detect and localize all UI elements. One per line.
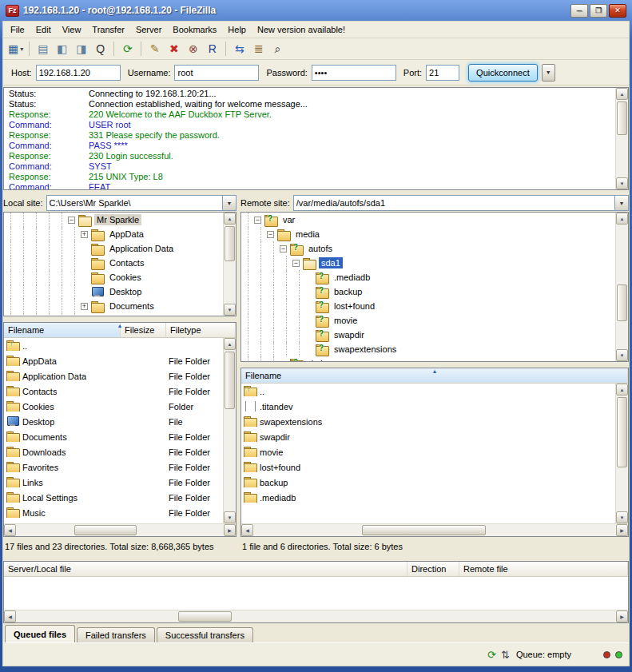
queue-splitter[interactable] <box>3 555 629 561</box>
scroll-down-icon[interactable] <box>224 511 236 523</box>
scroll-track[interactable] <box>616 396 628 511</box>
remote-tree-item-media[interactable]: −media <box>241 227 628 241</box>
titlebar[interactable]: Fz 192.168.1.20 - root@192.168.1.20 - Fi… <box>2 0 630 21</box>
scroll-left-icon[interactable] <box>4 524 16 536</box>
scroll-track[interactable] <box>16 524 224 536</box>
scroll-up-icon[interactable] <box>616 213 628 225</box>
tree-expander-icon[interactable]: + <box>81 303 88 310</box>
find-files-icon[interactable]: ⌕ <box>268 40 287 58</box>
local-file-row-contacts[interactable]: ContactsFile Folder <box>4 384 236 399</box>
splitter-collapse-arrow-icon[interactable]: ▲ <box>432 368 438 374</box>
tab-queued-files[interactable]: Queued files <box>5 625 75 642</box>
remote-tree-item-dvd[interactable]: ?dvd <box>241 356 628 362</box>
local-file-row-appdata[interactable]: AppDataFile Folder <box>4 353 236 368</box>
local-file-row-favorites[interactable]: FavoritesFile Folder <box>4 459 236 475</box>
remote-tree-item-movie[interactable]: ?movie <box>241 313 628 328</box>
menu-item-help[interactable]: Help <box>222 22 252 37</box>
toggle-queue-icon[interactable]: Q <box>91 40 109 58</box>
menu-item-new-version-available[interactable]: New version available! <box>252 22 351 37</box>
local-list-vertical-scrollbar[interactable] <box>223 338 236 523</box>
local-file-row-local-settings[interactable]: Local SettingsFile Folder <box>4 490 236 505</box>
minimize-button[interactable]: ─ <box>570 4 588 18</box>
local-pane-splitter[interactable] <box>3 316 237 322</box>
remote-file-row-swapextensions[interactable]: swapextensions <box>241 414 628 429</box>
local-file-row-documents[interactable]: DocumentsFile Folder <box>4 429 236 444</box>
local-tree-item-contacts[interactable]: Contacts <box>4 256 236 270</box>
tree-expander-icon[interactable]: − <box>280 245 287 252</box>
tree-expander-icon[interactable]: + <box>81 231 88 238</box>
toggle-local-tree-icon[interactable]: ◧ <box>53 40 71 58</box>
maximize-button[interactable]: ❐ <box>590 4 607 18</box>
remote-list-vertical-scrollbar[interactable] <box>615 384 628 523</box>
tab-failed-transfers[interactable]: Failed transfers <box>77 627 155 642</box>
remote-file-row-swapdir[interactable]: swapdir <box>241 429 628 444</box>
scroll-thumb[interactable] <box>225 226 235 261</box>
quickconnect-button[interactable]: Quickconnect <box>468 64 538 82</box>
combobox-dropdown-icon[interactable] <box>614 196 628 210</box>
scroll-thumb[interactable] <box>617 397 627 467</box>
scroll-track[interactable] <box>16 610 616 622</box>
remote-tree-item-autofs[interactable]: −?autofs <box>241 241 628 256</box>
combobox-dropdown-icon[interactable] <box>222 196 236 210</box>
scroll-track[interactable] <box>616 100 628 177</box>
remote-tree-item-lost-found[interactable]: ?lost+found <box>241 299 628 313</box>
menu-item-view[interactable]: View <box>57 22 87 37</box>
local-tree-item-cookies[interactable]: Cookies <box>4 270 236 284</box>
local-list-horizontal-scrollbar[interactable] <box>4 523 236 536</box>
cancel-icon[interactable]: ✖ <box>165 40 183 58</box>
scroll-thumb[interactable] <box>617 284 627 321</box>
quickconnect-dropdown-icon[interactable] <box>542 64 555 82</box>
local-file-row-desktop[interactable]: DesktopFile <box>4 414 236 429</box>
scroll-thumb[interactable] <box>617 101 627 135</box>
remote-file-row-mediadb[interactable]: .mediadb <box>241 490 628 505</box>
port-input[interactable] <box>426 65 459 81</box>
scroll-right-icon[interactable] <box>224 524 236 536</box>
remote-file-row-backup[interactable]: backup <box>241 475 628 490</box>
tree-expander-icon[interactable]: − <box>254 217 261 224</box>
local-file-row-links[interactable]: LinksFile Folder <box>4 475 236 490</box>
remote-file-row-titandev[interactable]: .titandev <box>241 399 628 414</box>
reconnect-icon[interactable]: R <box>203 40 221 58</box>
log-vertical-scrollbar[interactable] <box>615 88 628 189</box>
local-tree-vertical-scrollbar[interactable] <box>223 213 236 316</box>
tree-expander-icon[interactable]: − <box>292 260 300 267</box>
local-tree-item-mr-sparkle[interactable]: −Mr Sparkle <box>4 213 236 227</box>
menu-item-file[interactable]: File <box>5 22 30 37</box>
scroll-up-icon[interactable] <box>616 384 628 396</box>
host-input[interactable] <box>36 65 121 81</box>
filter-icon[interactable]: ✎ <box>145 40 164 58</box>
remote-tree-item-backup[interactable]: ?backup <box>241 284 628 299</box>
menu-item-server[interactable]: Server <box>130 22 167 37</box>
scroll-thumb[interactable] <box>178 611 233 622</box>
local-site-combobox[interactable]: C:\Users\Mr Sparkle\ <box>46 195 237 211</box>
scroll-up-icon[interactable] <box>616 88 628 100</box>
synchronized-browsing-icon[interactable]: ≣ <box>249 40 268 58</box>
tree-expander-icon[interactable]: − <box>68 217 75 224</box>
toggle-message-log-icon[interactable]: ▤ <box>34 40 52 58</box>
column-header-filetype[interactable]: Filetype <box>166 323 236 337</box>
column-header-server-local-file[interactable]: Server/Local file <box>4 562 407 576</box>
toggle-remote-tree-icon[interactable]: ◨ <box>72 40 90 58</box>
column-header-direction[interactable]: Direction <box>407 562 459 576</box>
scroll-track[interactable] <box>224 225 236 304</box>
scroll-thumb[interactable] <box>74 525 137 535</box>
remote-tree-item-swapdir[interactable]: ?swapdir <box>241 328 628 342</box>
remote-tree-vertical-scrollbar[interactable] <box>615 213 628 361</box>
local-file-row-application-data[interactable]: Application DataFile Folder <box>4 368 236 384</box>
remote-file-row-[interactable]: ↑.. <box>241 384 628 399</box>
local-file-row-downloads[interactable]: DownloadsFile Folder <box>4 444 236 459</box>
remote-tree-item-var[interactable]: −?var <box>241 213 628 227</box>
scroll-up-icon[interactable] <box>224 213 236 225</box>
scroll-down-icon[interactable] <box>616 177 628 189</box>
scroll-down-icon[interactable] <box>616 349 628 361</box>
local-tree-item-desktop[interactable]: Desktop <box>4 284 236 299</box>
scroll-thumb[interactable] <box>225 352 235 409</box>
scroll-down-icon[interactable] <box>616 511 628 523</box>
local-tree-item-appdata[interactable]: +AppData <box>4 227 236 241</box>
scroll-track[interactable] <box>253 524 616 536</box>
column-header-filesize[interactable]: Filesize <box>121 323 166 337</box>
tab-successful-transfers[interactable]: Successful transfers <box>157 627 253 642</box>
local-file-row-[interactable]: ↑.. <box>4 338 236 353</box>
remote-tree-item-mediadb[interactable]: ?.mediadb <box>241 270 628 284</box>
remote-tree-item-swapextensions[interactable]: ?swapextensions <box>241 342 628 356</box>
